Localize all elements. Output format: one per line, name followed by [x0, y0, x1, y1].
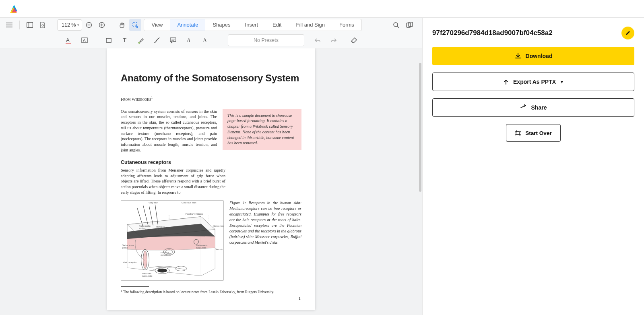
export-button[interactable]: Export As PPTX ▼	[432, 73, 634, 91]
svg-point-2	[42, 25, 43, 26]
rename-button[interactable]	[621, 27, 634, 39]
preset-select[interactable]: No Presets	[228, 34, 304, 46]
svg-rect-17	[106, 38, 111, 42]
doc-info-box: This is a sample document to showcase pa…	[223, 109, 301, 150]
svg-line-10	[397, 26, 399, 28]
tab-annotate[interactable]: Annotate	[170, 19, 205, 31]
svg-point-9	[394, 23, 398, 27]
rectangle-tool-icon[interactable]	[102, 33, 116, 47]
doc-figure-1: Hairy skin Glabrous skin Papillary Ridge…	[121, 200, 224, 281]
highlighter-tool-icon[interactable]	[134, 33, 148, 47]
pen-tool-icon[interactable]	[150, 33, 164, 47]
page-number: 1	[299, 296, 301, 300]
tab-fillsign[interactable]: Fill and Sign	[289, 19, 332, 31]
download-button[interactable]: Download	[432, 47, 634, 65]
highlight-area-tool-icon[interactable]: A	[78, 33, 91, 47]
restart-icon	[515, 130, 521, 136]
download-icon	[514, 52, 522, 60]
page-view-icon[interactable]	[37, 19, 49, 31]
svg-point-33	[157, 268, 167, 272]
tab-forms[interactable]: Forms	[332, 19, 361, 31]
doc-subheading: Cutaneous receptors	[121, 160, 301, 165]
svg-text:A: A	[186, 37, 190, 44]
text-style-b-icon[interactable]: A	[198, 33, 212, 47]
start-over-button[interactable]: Start Over	[506, 124, 561, 142]
menu-icon[interactable]	[3, 19, 15, 31]
pan-tool-icon[interactable]	[116, 19, 128, 31]
app-logo	[10, 4, 19, 14]
share-button[interactable]: Share	[432, 98, 634, 117]
share-icon	[520, 104, 527, 111]
document-filename: 97f270296d7984d18ad9007bf04c58a2	[432, 29, 617, 37]
svg-rect-0	[27, 22, 33, 27]
doc-para-1: Our somatosensory system consists of sen…	[121, 109, 217, 153]
text-style-a-icon[interactable]: A	[182, 33, 196, 47]
zoom-select[interactable]: 112 % ▾	[57, 19, 82, 31]
upload-icon	[503, 79, 509, 85]
text-tool-icon[interactable]: T	[118, 33, 132, 47]
svg-text:A: A	[83, 38, 86, 43]
undo-button[interactable]	[311, 33, 324, 47]
compare-icon[interactable]	[404, 19, 416, 31]
svg-text:T: T	[123, 37, 126, 44]
scrollbar-thumb[interactable]	[419, 63, 421, 192]
zoom-out-button[interactable]	[83, 19, 95, 31]
svg-text:A: A	[203, 37, 207, 44]
redo-button[interactable]	[327, 33, 341, 47]
eraser-tool-icon[interactable]	[347, 33, 361, 47]
doc-heading: Anatomy of the Somatosensory System	[121, 73, 301, 84]
search-icon[interactable]	[390, 19, 402, 31]
chevron-down-icon: ▼	[560, 80, 564, 84]
doc-source: From Wikibooks1	[121, 96, 301, 102]
underline-tool-icon[interactable]: A	[62, 33, 75, 47]
tab-shapes[interactable]: Shapes	[205, 19, 237, 31]
document-canvas[interactable]: Anatomy of the Somatosensory System From…	[0, 48, 422, 315]
doc-footnote: 1 The following description is based on …	[121, 289, 301, 294]
chevron-down-icon: ▾	[77, 23, 79, 27]
panel-toggle-icon[interactable]	[24, 19, 36, 31]
pdf-page: Anatomy of the Somatosensory System From…	[107, 48, 315, 310]
tab-insert[interactable]: Insert	[238, 19, 266, 31]
tab-view[interactable]: View	[144, 19, 170, 31]
doc-figure-1-caption: Figure 1: Receptors in the human skin: M…	[229, 200, 301, 245]
select-tool-icon[interactable]	[129, 19, 141, 31]
svg-point-29	[143, 251, 147, 269]
comment-tool-icon[interactable]	[166, 33, 180, 47]
doc-para-2: Sensory information from Meissner corpus…	[121, 168, 225, 195]
tab-edit[interactable]: Edit	[265, 19, 289, 31]
mode-tabstrip: View Annotate Shapes Insert Edit Fill an…	[144, 19, 361, 31]
svg-text:A: A	[66, 37, 70, 43]
zoom-in-button[interactable]	[96, 19, 108, 31]
zoom-value: 112 %	[62, 22, 76, 28]
